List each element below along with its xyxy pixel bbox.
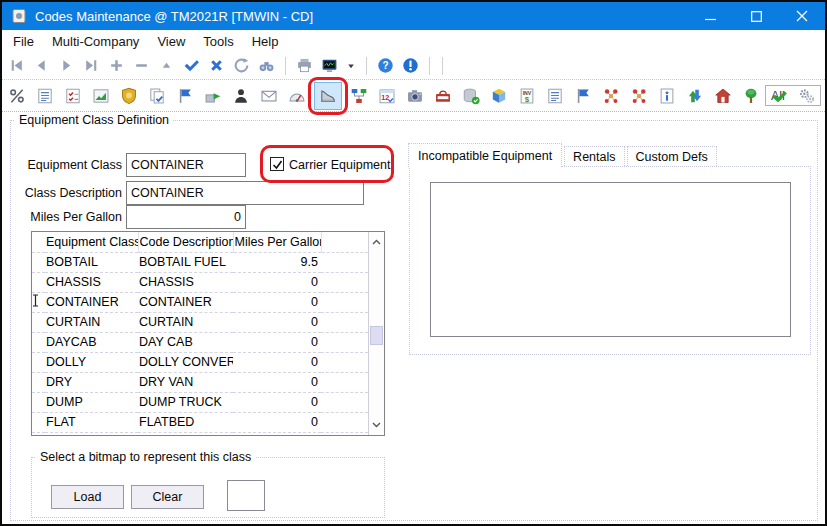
- previous-record-icon[interactable]: [31, 55, 52, 76]
- table-cell[interactable]: 0: [233, 312, 321, 332]
- table-cell[interactable]: DOLLY CONVERT: [138, 352, 233, 372]
- load-network-2-icon[interactable]: [628, 85, 650, 107]
- checklist-icon[interactable]: [62, 85, 84, 107]
- table-row[interactable]: DRYDRY VAN0: [32, 372, 368, 392]
- scheduler-calendar-icon[interactable]: [376, 85, 398, 107]
- table-cell[interactable]: FLATBED: [138, 412, 233, 432]
- table-row[interactable]: CHASSISCHASSIS0: [32, 272, 368, 292]
- shipment-out-icon[interactable]: [202, 85, 224, 107]
- invoice-icon[interactable]: [516, 85, 538, 107]
- table-row[interactable]: DAYCABDAY CAB0: [32, 332, 368, 352]
- table-cell[interactable]: CONTAINER: [45, 292, 138, 312]
- column-header[interactable]: Miles Per Gallon: [233, 232, 321, 252]
- table-row[interactable]: BOBTAILBOBTAIL FUEL9.5: [32, 252, 368, 272]
- menu-tools[interactable]: Tools: [194, 31, 242, 52]
- tab-incompatible-equipment[interactable]: Incompatible Equipment: [408, 143, 562, 167]
- table-cell[interactable]: BOBTAIL FUEL: [138, 252, 233, 272]
- miles-per-gallon-input[interactable]: [126, 205, 246, 229]
- copy-move-icon[interactable]: [146, 85, 168, 107]
- table-cell[interactable]: BOBTAIL: [45, 252, 138, 272]
- table-cell[interactable]: 9.5: [233, 252, 321, 272]
- minimize-button[interactable]: [687, 2, 733, 30]
- table-cell[interactable]: CONTAINER: [138, 292, 233, 312]
- table-scrollbar[interactable]: [368, 232, 384, 435]
- table-cell[interactable]: DRY VAN: [138, 372, 233, 392]
- system-gears-icon[interactable]: [796, 85, 818, 107]
- dashboard-gauge-icon[interactable]: [286, 85, 308, 107]
- equipment-class-icon[interactable]: [314, 82, 342, 110]
- monitor-dropdown-icon[interactable]: [344, 59, 358, 73]
- add-record-icon[interactable]: [106, 55, 127, 76]
- next-record-icon[interactable]: [56, 55, 77, 76]
- load-network-1-icon[interactable]: [600, 85, 622, 107]
- column-header[interactable]: Code Description: [138, 232, 233, 252]
- driver-icon[interactable]: [230, 85, 252, 107]
- help-icon[interactable]: [375, 55, 396, 76]
- confirm-icon[interactable]: [181, 55, 202, 76]
- row-selector[interactable]: [32, 372, 45, 392]
- menu-help[interactable]: Help: [243, 31, 288, 52]
- reports-icon[interactable]: [34, 85, 56, 107]
- row-selector[interactable]: [32, 272, 45, 292]
- transfer-arrows-icon[interactable]: [684, 85, 706, 107]
- table-cell[interactable]: FLAT: [45, 412, 138, 432]
- table-cell[interactable]: 0: [233, 372, 321, 392]
- row-selector[interactable]: [32, 392, 45, 412]
- carrier-equipment-checkbox[interactable]: [270, 157, 284, 171]
- row-selector[interactable]: [32, 292, 45, 312]
- database-status-icon[interactable]: [460, 85, 482, 107]
- imaging-camera-icon[interactable]: [404, 85, 426, 107]
- table-cell[interactable]: 0: [233, 412, 321, 432]
- table-cell[interactable]: DAY CAB: [138, 332, 233, 352]
- find-icon[interactable]: [256, 55, 277, 76]
- about-icon[interactable]: [400, 55, 421, 76]
- column-header[interactable]: Equipment Class: [45, 232, 138, 252]
- security-badge-icon[interactable]: [118, 85, 140, 107]
- table-row[interactable]: CONTAINERCONTAINER0: [32, 292, 368, 312]
- document-info-icon[interactable]: [656, 85, 678, 107]
- table-cell[interactable]: CURTAIN: [45, 312, 138, 332]
- move-up-icon[interactable]: [156, 55, 177, 76]
- row-selector[interactable]: [32, 352, 45, 372]
- menu-view[interactable]: View: [148, 31, 194, 52]
- table-row[interactable]: CURTAINCURTAIN0: [32, 312, 368, 332]
- table-cell[interactable]: 0: [233, 332, 321, 352]
- package-icon[interactable]: [488, 85, 510, 107]
- table-cell[interactable]: CHASSIS: [138, 272, 233, 292]
- notes-icon[interactable]: [544, 85, 566, 107]
- equipment-class-input[interactable]: [126, 153, 246, 177]
- row-selector[interactable]: [32, 252, 45, 272]
- scroll-down-icon[interactable]: [369, 417, 384, 433]
- table-cell[interactable]: 0: [233, 272, 321, 292]
- delete-record-icon[interactable]: [131, 55, 152, 76]
- flag-report-icon[interactable]: [572, 85, 594, 107]
- scroll-up-icon[interactable]: [369, 234, 384, 250]
- table-row[interactable]: DUMPDUMP TRUCK0: [32, 392, 368, 412]
- maximize-button[interactable]: [733, 2, 779, 30]
- mail-icon[interactable]: [258, 85, 280, 107]
- table-cell[interactable]: DUMP TRUCK: [138, 392, 233, 412]
- table-cell[interactable]: 0: [233, 392, 321, 412]
- refresh-icon[interactable]: [231, 55, 252, 76]
- cancel-icon[interactable]: [206, 55, 227, 76]
- first-record-icon[interactable]: [6, 55, 27, 76]
- table-cell[interactable]: DUMP: [45, 392, 138, 412]
- table-cell[interactable]: DRY: [45, 372, 138, 392]
- print-icon[interactable]: [294, 55, 315, 76]
- tab-custom-defs[interactable]: Custom Defs: [627, 146, 717, 166]
- row-selector[interactable]: [32, 312, 45, 332]
- table-cell[interactable]: 0: [233, 352, 321, 372]
- incompatible-equipment-list[interactable]: [430, 182, 791, 337]
- percent-rates-icon[interactable]: [6, 85, 28, 107]
- close-button[interactable]: [779, 2, 825, 30]
- performance-chart-icon[interactable]: [90, 85, 112, 107]
- scrollbar-thumb[interactable]: [370, 326, 383, 345]
- table-cell[interactable]: CHASSIS: [45, 272, 138, 292]
- class-description-input[interactable]: [126, 181, 364, 205]
- city-tree-icon[interactable]: [740, 85, 762, 107]
- row-selector[interactable]: [32, 332, 45, 352]
- last-record-icon[interactable]: [81, 55, 102, 76]
- table-cell[interactable]: CURTAIN: [138, 312, 233, 332]
- table-row[interactable]: FLATFLATBED0: [32, 412, 368, 432]
- company-chart-icon[interactable]: [348, 85, 370, 107]
